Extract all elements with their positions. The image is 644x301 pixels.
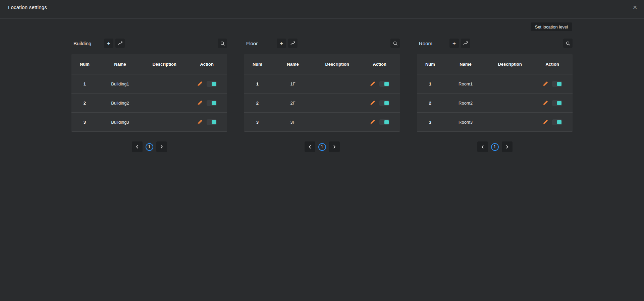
import-level-button[interactable]: [288, 39, 298, 48]
row-name: 2F: [271, 101, 315, 106]
prev-page-button[interactable]: [305, 141, 315, 152]
add-button[interactable]: +: [104, 39, 113, 48]
location-table: Num Name Description Action 1 1F 2 2F: [244, 54, 400, 132]
add-button[interactable]: +: [277, 39, 286, 48]
row-name: Building1: [98, 81, 142, 86]
enable-toggle[interactable]: [379, 100, 389, 106]
table-row: 2 Building2: [71, 93, 227, 112]
search-icon: [393, 41, 398, 46]
add-button[interactable]: +: [449, 39, 459, 48]
next-page-button[interactable]: [156, 141, 167, 152]
table-row: 2 2F: [244, 93, 400, 112]
edit-pencil-icon[interactable]: [370, 81, 376, 87]
chevron-right-icon: [332, 144, 337, 149]
search-button[interactable]: [563, 39, 573, 48]
chevron-left-icon: [480, 144, 485, 149]
row-actions: [186, 119, 227, 125]
edit-pencil-icon[interactable]: [197, 81, 203, 87]
table-header-row: Num Name Description Action: [417, 54, 573, 74]
enable-toggle[interactable]: [207, 81, 217, 87]
table-body: 1 Building1 2 Building2: [71, 74, 227, 131]
row-actions: [532, 100, 573, 106]
search-button[interactable]: [390, 39, 400, 48]
toggle-knob: [212, 101, 216, 105]
row-name: 3F: [271, 120, 315, 125]
prev-page-button[interactable]: [477, 141, 488, 152]
column-header-name: Name: [271, 62, 315, 67]
toggle-knob: [212, 82, 216, 86]
table-header-row: Num Name Description Action: [71, 54, 227, 74]
chevron-left-icon: [308, 144, 312, 149]
table-header-row: Num Name Description Action: [244, 54, 400, 74]
page-number[interactable]: 1: [318, 143, 326, 151]
edit-pencil-icon[interactable]: [197, 100, 203, 106]
table-row: 3 Room3: [417, 112, 573, 131]
search-button[interactable]: [218, 39, 227, 48]
table-row: 3 Building3: [71, 112, 227, 131]
row-num: 1: [71, 81, 98, 86]
import-level-button[interactable]: [461, 39, 470, 48]
panel-header: Building +: [71, 39, 227, 48]
table-row: 2 Room2: [417, 93, 573, 112]
plus-icon: +: [280, 41, 283, 46]
row-actions: [532, 119, 573, 125]
location-panel: Room +: [417, 39, 573, 152]
row-name: Room1: [443, 81, 488, 86]
column-header-name: Name: [443, 62, 488, 67]
enable-toggle[interactable]: [552, 100, 562, 106]
edit-pencil-icon[interactable]: [197, 119, 203, 125]
row-actions: [186, 100, 227, 106]
edit-pencil-icon[interactable]: [370, 100, 376, 106]
close-icon[interactable]: ✕: [631, 4, 639, 11]
enable-toggle[interactable]: [207, 100, 217, 106]
row-num: 1: [417, 81, 443, 86]
column-header-num: Num: [417, 62, 443, 67]
search-icon: [220, 41, 225, 46]
prev-page-button[interactable]: [132, 141, 143, 152]
location-table: Num Name Description Action 1 Room1 2 Ro…: [417, 54, 573, 132]
search-icon: [566, 41, 571, 46]
row-name: 1F: [271, 81, 315, 86]
row-actions: [359, 119, 400, 125]
row-num: 3: [417, 120, 443, 125]
row-name: Building3: [98, 120, 142, 125]
panel-header: Floor +: [244, 39, 400, 48]
panel-title: Building: [71, 41, 104, 46]
edit-pencil-icon[interactable]: [370, 119, 376, 125]
page-number[interactable]: 1: [491, 143, 499, 151]
enable-toggle[interactable]: [379, 119, 389, 125]
edit-pencil-icon[interactable]: [542, 100, 548, 106]
edit-pencil-icon[interactable]: [542, 119, 548, 125]
panel-title: Room: [417, 41, 449, 46]
toggle-knob: [384, 120, 389, 124]
row-actions: [532, 81, 573, 87]
enable-toggle[interactable]: [207, 119, 217, 125]
row-name: Building2: [98, 101, 142, 106]
table-row: 1 1F: [244, 74, 400, 93]
next-page-button[interactable]: [329, 141, 340, 152]
row-num: 2: [71, 101, 98, 106]
table-row: 1 Building1: [71, 74, 227, 93]
enable-toggle[interactable]: [552, 81, 562, 87]
chevron-right-icon: [505, 144, 509, 149]
enable-toggle[interactable]: [379, 81, 389, 87]
table-row: 3 3F: [244, 112, 400, 131]
column-header-num: Num: [71, 62, 98, 67]
enable-toggle[interactable]: [552, 119, 562, 125]
page-number[interactable]: 1: [146, 143, 153, 151]
next-page-button[interactable]: [502, 141, 513, 152]
row-num: 2: [417, 101, 443, 106]
pagination: 1: [71, 141, 227, 152]
toolbar: Set location level: [0, 19, 644, 31]
toggle-knob: [384, 82, 389, 86]
column-header-action: Action: [532, 62, 573, 67]
row-name: Room2: [443, 101, 488, 106]
toggle-knob: [557, 82, 561, 86]
import-level-button[interactable]: [115, 39, 125, 48]
chevron-left-icon: [135, 144, 140, 149]
column-header-description: Description: [315, 62, 359, 67]
modal-title: Location settings: [8, 4, 47, 10]
location-panel: Floor +: [244, 39, 400, 152]
edit-pencil-icon[interactable]: [542, 81, 548, 87]
set-location-level-button[interactable]: Set location level: [531, 22, 572, 31]
